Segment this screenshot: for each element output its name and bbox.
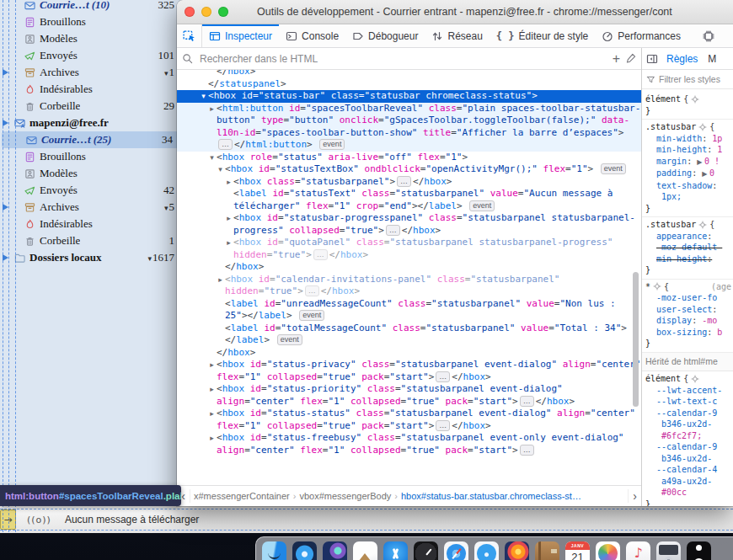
expand-twisty-icon[interactable]: ▸ bbox=[207, 383, 217, 396]
dock-icon-contacts[interactable] bbox=[535, 541, 559, 560]
filter-styles-bar[interactable]: Filtrer les styles bbox=[642, 70, 733, 89]
dock-icon-calendar[interactable]: JANV21 bbox=[565, 541, 590, 560]
markup-node[interactable]: ▾<hbox id="status-bar" class="statusbar … bbox=[177, 90, 641, 103]
tab-rules[interactable]: Règles bbox=[665, 50, 699, 68]
highlight-selector-icon[interactable] bbox=[691, 375, 699, 383]
folder-row-mod-les[interactable]: Modèles bbox=[0, 30, 181, 47]
twisty-icon[interactable]: ▾ bbox=[164, 69, 169, 77]
markup-node[interactable]: ▸<hbox id="status-priority" class="statu… bbox=[177, 383, 641, 408]
css-property[interactable]: --calendar-9 bbox=[645, 408, 733, 419]
breadcrumb-item[interactable]: hbox#status-bar.statusbar.chromeclass-st… bbox=[401, 491, 581, 501]
folder-row-mod-les[interactable]: Modèles bbox=[0, 165, 181, 182]
expand-twisty-icon[interactable]: ▸ bbox=[207, 408, 217, 420]
css-property[interactable]: --lwt-accent- bbox=[645, 385, 733, 397]
dock-icon-music[interactable]: ♪ bbox=[626, 541, 650, 560]
folder-row-courrie-t-25-[interactable]: Courrie…t (25)34 bbox=[2, 131, 179, 148]
folder-row-dossiers-locaux[interactable]: Dossiers locaux▾1617 bbox=[0, 249, 181, 266]
css-property[interactable]: --lwt-text-c bbox=[645, 396, 733, 408]
tab-performances[interactable]: Performances bbox=[595, 24, 688, 47]
folder-row-envoy-s[interactable]: Envoyés42 bbox=[0, 182, 181, 199]
css-property[interactable]: -moz-default- bbox=[645, 242, 733, 253]
markup-node[interactable]: </hbox> bbox=[177, 347, 641, 360]
markup-node[interactable]: ▸<hbox id="status-privacy" class="status… bbox=[177, 359, 641, 383]
collapsed-children-badge[interactable]: … bbox=[436, 420, 450, 431]
markup-node[interactable]: ▸<html:button id="spacesToolbarReveal" c… bbox=[177, 103, 641, 152]
css-rule[interactable]: .statusbar{appearance: -moz-default-min-… bbox=[642, 217, 733, 280]
folder-row-brouillons[interactable]: Brouillons bbox=[0, 13, 181, 30]
markup-node[interactable]: ▾<hbox role="status" aria-live="off" fle… bbox=[177, 152, 641, 164]
collapsed-children-badge[interactable]: … bbox=[520, 445, 534, 456]
tab-layout-partial[interactable]: M bbox=[706, 50, 718, 68]
folder-row-corbeille[interactable]: Corbeille1 bbox=[0, 232, 181, 249]
dock-icon-finder[interactable] bbox=[262, 541, 286, 560]
css-property[interactable]: padding: ▶ 0 bbox=[645, 168, 733, 180]
markup-node[interactable]: </hbox> bbox=[177, 70, 641, 78]
collapsed-children-badge[interactable]: … bbox=[397, 176, 411, 187]
css-rule[interactable]: élément{} bbox=[642, 92, 733, 120]
eyedropper-icon[interactable] bbox=[625, 53, 636, 64]
collapsed-children-badge[interactable]: … bbox=[218, 139, 233, 150]
highlight-selector-icon[interactable] bbox=[653, 282, 661, 291]
markup-node[interactable]: <label id="statusText" class="statusbarp… bbox=[177, 188, 641, 212]
breadcrumb-item[interactable]: x#messengerContainer bbox=[194, 491, 290, 501]
tab-editeur-style[interactable]: { }Éditeur de style bbox=[490, 24, 595, 47]
css-property[interactable]: text-shadow: bbox=[645, 180, 733, 192]
collapsed-children-badge[interactable]: … bbox=[386, 225, 400, 236]
markup-view[interactable]: </hbox></statuspanel>▾<hbox id="status-b… bbox=[177, 70, 641, 485]
twisty-icon[interactable]: ▾ bbox=[147, 254, 152, 263]
dock-icon-thunderbird-alt[interactable] bbox=[474, 541, 499, 560]
css-rule[interactable]: élément{--lwt-accent---lwt-text-c--calen… bbox=[642, 371, 733, 506]
event-badge[interactable]: event bbox=[469, 200, 495, 211]
dock-icon-photos[interactable] bbox=[596, 541, 620, 560]
dock-icon-firefox[interactable] bbox=[505, 541, 529, 560]
event-badge[interactable]: event bbox=[601, 163, 626, 174]
tab-console[interactable]: Console bbox=[279, 24, 345, 47]
minimize-window-button[interactable] bbox=[201, 7, 211, 17]
expand-twisty-icon[interactable]: ▾ bbox=[207, 152, 217, 164]
expand-twisty-icon[interactable]: ▾ bbox=[216, 163, 225, 176]
folder-row-corbeille[interactable]: Corbeille29 bbox=[0, 98, 181, 115]
dock-icon-gauge[interactable] bbox=[414, 541, 438, 560]
markup-node[interactable]: ▸<hbox id="status-status" class="statusb… bbox=[177, 408, 641, 432]
tab-memoire[interactable] bbox=[696, 24, 721, 47]
breadcrumb-item[interactable]: vbox#messengerBody bbox=[299, 491, 391, 501]
dock-icon-silhouette[interactable] bbox=[687, 541, 711, 560]
add-node-button[interactable]: + bbox=[613, 52, 620, 66]
expand-twisty-icon[interactable]: ▸ bbox=[207, 432, 217, 445]
markup-node[interactable]: ▾<hbox id="statusTextBox" ondblclick="op… bbox=[177, 163, 641, 176]
folder-row-ind-sirables[interactable]: Indésirables bbox=[0, 216, 181, 232]
css-rule[interactable]: *{(age-moz-user-fouser-select: display: … bbox=[642, 280, 733, 353]
expand-twisty-icon[interactable]: ▸ bbox=[224, 212, 233, 225]
collapsed-children-badge[interactable]: … bbox=[305, 285, 319, 296]
tab-inspecteur[interactable]: Inspecteur bbox=[202, 24, 279, 47]
html-search-input[interactable] bbox=[198, 52, 607, 66]
markup-node[interactable]: ▸<hbox id="calendar-invitations-panel" c… bbox=[177, 274, 641, 298]
breadcrumb-forward-arrow[interactable]: › bbox=[628, 489, 641, 503]
css-property[interactable]: min-height: 1 bbox=[645, 144, 733, 156]
event-badge[interactable]: event bbox=[277, 334, 302, 345]
css-property[interactable]: user-select: bbox=[645, 304, 733, 316]
markup-node[interactable]: <label id="unreadMessageCount" class="st… bbox=[177, 298, 641, 323]
collapsed-children-badge[interactable]: … bbox=[520, 396, 534, 407]
expand-twisty-icon[interactable]: ▸ bbox=[207, 103, 217, 115]
css-property[interactable]: display: -mo bbox=[645, 315, 733, 327]
dock-icon-safari[interactable] bbox=[444, 541, 468, 560]
close-window-button[interactable] bbox=[185, 7, 195, 17]
css-property[interactable]: min-height: bbox=[645, 253, 733, 265]
twisty-icon[interactable]: ▾ bbox=[164, 204, 169, 212]
markup-node[interactable]: ▸<hbox id="quotaPanel" class="statusbarp… bbox=[177, 237, 641, 261]
shorthand-expander-icon[interactable]: ▶ bbox=[697, 158, 704, 166]
markup-node[interactable]: ▸<hbox class="statusbarpanel">…</hbox> bbox=[177, 176, 641, 189]
devtools-titlebar[interactable]: Outils de développement - Courrier entra… bbox=[177, 0, 733, 24]
dock-icon-display[interactable] bbox=[656, 541, 681, 560]
folder-row-courrie-t-10-[interactable]: Courrie…t (10)325 bbox=[0, 0, 181, 13]
activity-manager-icon[interactable]: ((o)) bbox=[27, 515, 51, 525]
sidebar-collapse-icon[interactable] bbox=[646, 53, 658, 65]
css-rule[interactable]: .statusbar{min-width: 1pmin-height: 1mar… bbox=[642, 120, 733, 217]
highlight-selector-icon[interactable] bbox=[698, 123, 707, 131]
stylesheet-source[interactable]: (age bbox=[711, 281, 733, 293]
tab-reseau[interactable]: Réseau bbox=[425, 24, 489, 47]
folder-row-archives[interactable]: Archives▾5 bbox=[0, 199, 181, 216]
expand-twisty-icon[interactable]: ▸ bbox=[207, 359, 217, 371]
highlight-selector-icon[interactable] bbox=[698, 221, 707, 229]
